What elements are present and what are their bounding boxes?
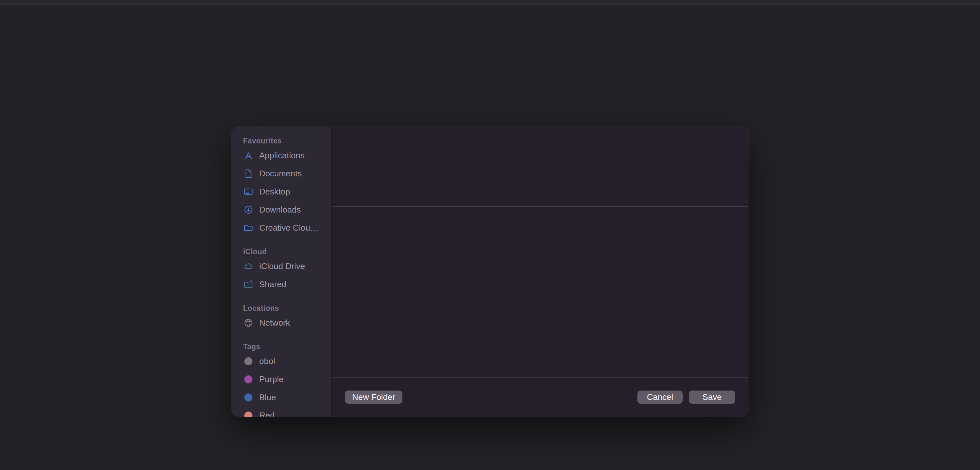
desktop-icon bbox=[243, 186, 253, 197]
tag-color-dot bbox=[243, 374, 253, 384]
section-title-icloud: iCloud bbox=[243, 246, 331, 257]
folder-icon bbox=[243, 222, 253, 233]
download-circle-icon bbox=[243, 205, 253, 215]
sidebar-item-tag-blue[interactable]: Blue bbox=[243, 388, 331, 406]
sidebar-section-favourites: Favourites Applications Documents Deskto… bbox=[243, 135, 331, 237]
footer-divider bbox=[332, 377, 748, 378]
save-button[interactable]: Save bbox=[689, 391, 735, 404]
sidebar-item-label: Downloads bbox=[259, 205, 301, 215]
tag-color-dot bbox=[243, 392, 253, 402]
sidebar-item-label: Documents bbox=[259, 168, 302, 179]
sidebar-item-icloud-drive[interactable]: iCloud Drive bbox=[243, 257, 331, 275]
sidebar-item-network[interactable]: Network bbox=[243, 314, 331, 332]
menu-bar-strip bbox=[0, 0, 980, 3]
section-title-tags: Tags bbox=[243, 341, 331, 352]
file-list-area[interactable] bbox=[332, 207, 748, 377]
sidebar-item-documents[interactable]: Documents bbox=[243, 164, 331, 183]
tag-color-dot bbox=[243, 356, 253, 366]
sidebar-item-applications[interactable]: Applications bbox=[243, 146, 331, 164]
sidebar-item-label: iCloud Drive bbox=[259, 261, 305, 272]
section-title-locations: Locations bbox=[243, 303, 331, 314]
sidebar-item-downloads[interactable]: Downloads bbox=[243, 201, 331, 219]
sidebar-section-icloud: iCloud iCloud Drive Shared bbox=[243, 246, 331, 293]
cloud-icon bbox=[243, 261, 253, 272]
sidebar-item-label: Blue bbox=[259, 392, 276, 402]
sidebar-item-label: Purple bbox=[259, 375, 283, 384]
sidebar-item-label: Network bbox=[259, 318, 290, 328]
sidebar-item-label: obol bbox=[259, 356, 275, 366]
shared-folder-icon bbox=[243, 279, 253, 289]
sidebar-item-label: Shared bbox=[259, 279, 286, 289]
sidebar-item-tag-red[interactable]: Red bbox=[243, 406, 331, 417]
file-browser-pane: Save As: Tags: dappnode bbox=[332, 127, 748, 417]
sidebar-item-tag-purple[interactable]: Purple bbox=[243, 370, 331, 388]
tag-color-dot bbox=[243, 410, 253, 417]
sidebar-item-label: Red bbox=[259, 411, 275, 417]
section-title-favourites: Favourites bbox=[243, 135, 331, 146]
sidebar-section-tags: Tags obol Purple Blue Red bbox=[243, 341, 331, 417]
sidebar-section-locations: Locations Network bbox=[243, 303, 331, 332]
menu-bar-divider bbox=[0, 3, 980, 5]
sidebar-item-label: Desktop bbox=[259, 187, 290, 197]
cancel-button[interactable]: Cancel bbox=[637, 391, 682, 404]
app-store-icon bbox=[243, 150, 253, 160]
sidebar: Favourites Applications Documents Deskto… bbox=[231, 127, 332, 417]
sidebar-item-shared[interactable]: Shared bbox=[243, 275, 331, 293]
globe-icon bbox=[243, 318, 253, 328]
sidebar-item-tag-obol[interactable]: obol bbox=[243, 352, 331, 370]
sidebar-item-desktop[interactable]: Desktop bbox=[243, 183, 331, 201]
sidebar-item-label: Applications bbox=[259, 151, 304, 160]
sidebar-item-creative-cloud[interactable]: Creative Clou… bbox=[243, 219, 331, 237]
new-folder-button[interactable]: New Folder bbox=[345, 391, 402, 404]
document-icon bbox=[243, 168, 253, 179]
save-dialog: Favourites Applications Documents Deskto… bbox=[231, 127, 748, 417]
sidebar-item-label: Creative Clou… bbox=[259, 223, 319, 233]
